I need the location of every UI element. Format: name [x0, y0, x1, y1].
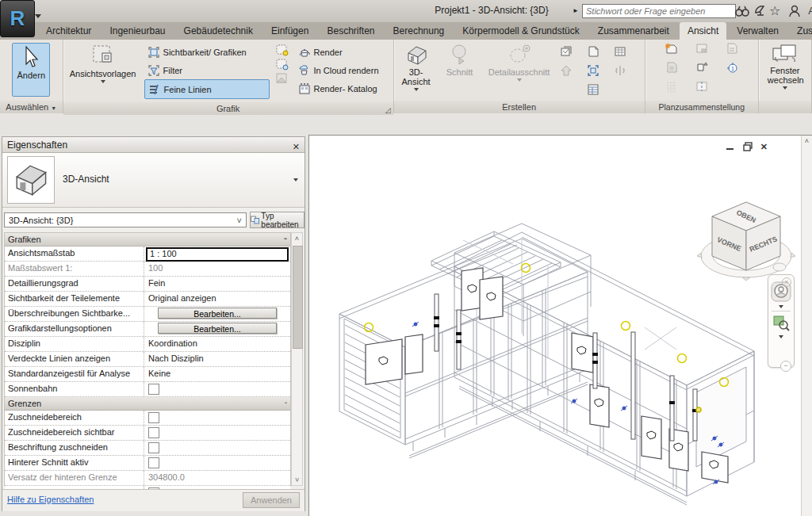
section-grafiken[interactable]: Grafiken ˆˆ [5, 233, 290, 247]
search-binoculars-icon[interactable] [734, 3, 750, 19]
checkbox[interactable] [148, 384, 159, 395]
tab-ingenieurbau[interactable]: Ingenieurbau [102, 22, 173, 40]
drafting-view-icon[interactable] [587, 45, 599, 58]
guide-grid-icon[interactable] [665, 80, 678, 93]
communication-center-icon[interactable] [753, 3, 768, 19]
show-hidden-lines-icon[interactable] [275, 44, 289, 56]
checkbox[interactable] [148, 427, 159, 438]
duplicate-view-icon[interactable] [560, 45, 573, 58]
scale-value-field[interactable]: 1 : 100 [144, 247, 290, 261]
3d-model-wireframe[interactable] [309, 136, 801, 516]
search-go-icon[interactable]: ► [573, 6, 580, 17]
dialog-launcher-icon[interactable]: ◿ [385, 104, 391, 117]
property-row: Verdeckte Linien anzeigen Nach Disziplin [5, 352, 290, 367]
tab-beschriften[interactable]: Beschriften [319, 22, 382, 40]
visibility-graphics-button[interactable]: Sichtbarkeit/ Grafiken [144, 43, 270, 61]
schedule-icon[interactable] [587, 83, 599, 96]
scroll-down-icon[interactable]: ˄ [292, 474, 302, 485]
legend-table-icon[interactable] [614, 45, 626, 58]
properties-header[interactable]: Eigenschaften ✕ [2, 137, 304, 153]
callout-button[interactable]: Detailausschnitt [483, 42, 556, 83]
switch-windows-button[interactable]: Fenster wechseln [761, 42, 809, 91]
render-gallery-button[interactable]: Render- Katalog [295, 79, 392, 97]
edit-button[interactable]: Bearbeiten... [158, 308, 277, 319]
scope-box-icon[interactable] [587, 64, 599, 77]
drawing-area[interactable]: ✕ ˄ [308, 135, 812, 516]
split-view-icon[interactable] [614, 64, 626, 77]
elevation-icon[interactable] [560, 64, 573, 77]
type-selector[interactable]: 3D-Ansicht [2, 153, 304, 208]
scroll-up-icon[interactable]: ˄ [292, 233, 302, 244]
navbar-collapse-icon[interactable]: − [780, 361, 791, 372]
checkbox[interactable] [148, 412, 159, 423]
tab-verwalten[interactable]: Verwalten [729, 22, 787, 40]
zoom-dropdown-caret-icon[interactable] [779, 335, 783, 338]
viewcube[interactable]: OBEN VORNE RECHTS [695, 197, 798, 281]
tab-koerpermodell[interactable]: Körpermodell & Grundstück [454, 22, 587, 40]
property-value[interactable]: Original anzeigen [144, 292, 290, 306]
edit-button[interactable]: Bearbeiten... [158, 323, 277, 334]
wheel-dropdown-caret-icon[interactable] [779, 305, 783, 308]
tab-zusatzmodule[interactable]: Zusatzmodule [789, 22, 812, 40]
tab-ansicht[interactable]: Ansicht [680, 22, 726, 40]
matchline-icon[interactable] [695, 80, 708, 93]
panel-label-grafik[interactable]: Grafik ◿ [63, 102, 393, 115]
section-grenzen[interactable]: Grenzen ˆ [5, 397, 290, 411]
sheet-issue-icon[interactable] [665, 61, 678, 74]
view-scrollbar[interactable]: ˄ [801, 136, 812, 516]
tab-berechnung[interactable]: Berechnung [385, 22, 453, 40]
title-block-icon[interactable] [695, 42, 708, 55]
panel-label-erstellen[interactable]: Erstellen [394, 101, 645, 113]
modify-button[interactable]: Ändern [12, 43, 50, 97]
checkbox[interactable] [148, 457, 159, 468]
remove-hidden-lines-icon[interactable] [275, 58, 289, 71]
collapse-icon[interactable]: ˆˆ [284, 235, 285, 247]
3d-view-button[interactable]: 3D- Ansicht [396, 42, 437, 93]
3d-view-label: 3D- Ansicht [398, 67, 435, 86]
help-search-input[interactable] [582, 4, 736, 18]
navbar-close-icon[interactable]: ✕ [782, 277, 791, 287]
property-row: Sichtbarkeit der Teilelemente Original a… [5, 292, 290, 307]
type-selector-caret-icon[interactable] [293, 178, 298, 182]
combo-chevron-icon[interactable]: ˅ [237, 213, 242, 228]
properties-help-link[interactable]: Hilfe zu Eigenschaften [7, 495, 94, 504]
cut-profile-icon[interactable] [275, 72, 289, 85]
filter-button[interactable]: Filter [144, 61, 270, 79]
collapse-icon[interactable]: ˆ [285, 399, 285, 411]
properties-scrollbar[interactable]: ˄ ˄ [291, 232, 303, 486]
property-value[interactable]: Keine [144, 367, 290, 381]
property-value[interactable]: Koordination [144, 337, 290, 351]
guide-grid-number-icon[interactable]: 1 [726, 61, 738, 74]
scrollbar-thumb[interactable] [293, 246, 303, 349]
favorites-star-icon[interactable]: ☆ [769, 3, 785, 19]
property-value[interactable]: Fein [144, 277, 290, 291]
tab-einfuegen[interactable]: Einfügen [263, 22, 316, 40]
panel-label-planzusammenstellung[interactable]: Planzusammenstellung [645, 101, 758, 113]
render-button[interactable]: Render [295, 43, 392, 61]
revision-icon[interactable] [726, 42, 738, 55]
edit-type-button[interactable]: Typ bearbeiten [250, 212, 304, 228]
tab-gebaeudetechnik[interactable]: Gebäudetechnik [176, 22, 261, 40]
scroll-up-icon[interactable]: ˄ [802, 136, 812, 147]
autodesk-account-label[interactable]: A [808, 5, 812, 17]
new-sheet-icon[interactable] [665, 42, 678, 55]
tab-zusammenarbeit[interactable]: Zusammenarbeit [590, 22, 677, 40]
zoom-region-icon[interactable] [772, 314, 790, 331]
viewcube-home-icon[interactable] [773, 263, 786, 271]
render-in-cloud-button[interactable]: In Cloud rendern [295, 61, 392, 79]
application-menu-button[interactable]: R [0, 0, 35, 37]
view-instance-combo[interactable]: 3D-Ansicht: {3D} ˅ [4, 212, 247, 227]
close-icon[interactable]: ✕ [293, 139, 300, 155]
tab-architektur[interactable]: Architektur [38, 22, 99, 40]
sign-in-person-icon[interactable] [787, 3, 802, 19]
property-value[interactable]: Nach Disziplin [144, 352, 290, 366]
view-templates-button[interactable]: Ansichtsvorlagen [65, 42, 141, 85]
navigation-bar[interactable]: ✕ − [768, 274, 795, 368]
apply-button[interactable]: Anwenden [243, 492, 300, 508]
section-button[interactable]: Schnitt [440, 42, 480, 78]
checkbox[interactable] [148, 442, 159, 453]
thin-lines-button[interactable]: Feine Linien [144, 79, 270, 99]
application-menu-caret-icon[interactable] [35, 14, 41, 18]
view-reference-icon[interactable] [695, 61, 708, 74]
panel-label-auswaehlen[interactable]: Auswählen ▼ [0, 101, 63, 113]
